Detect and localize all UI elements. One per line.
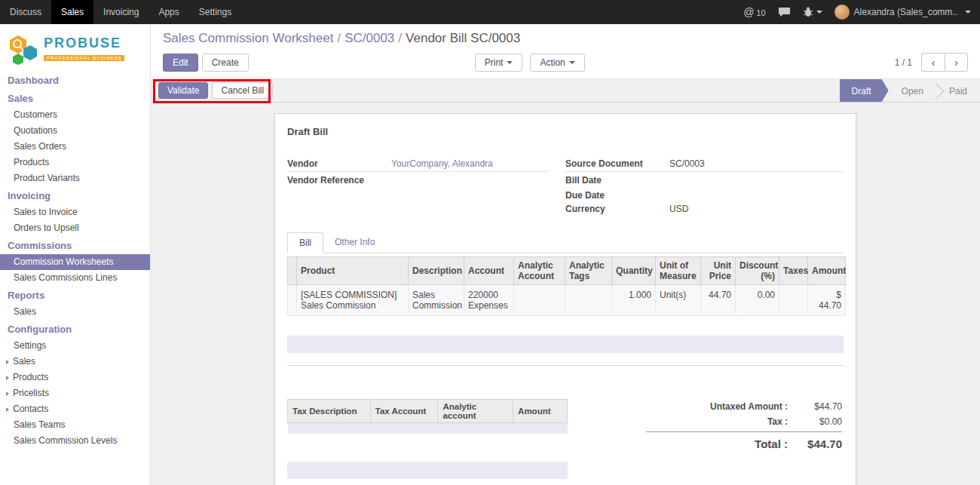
print-label: Print <box>485 57 504 68</box>
sidebar-item-product-variants[interactable]: Product Variants <box>0 170 150 186</box>
column-header-amount[interactable]: Amount <box>808 257 846 285</box>
sidebar-item-sales-to-invoice[interactable]: Sales to Invoice <box>0 204 150 220</box>
user-menu[interactable]: Alexandra (Sales_comm.. <box>835 5 971 20</box>
statusbar: Validate Cancel Bill Draft Open Paid <box>151 78 980 103</box>
form-sheet: Draft Bill Vendor YourCompany, Alexandra… <box>274 113 856 485</box>
topbar-menu-discuss[interactable]: Discuss <box>0 0 51 24</box>
column-header-analytic-account[interactable]: Analytic Account <box>514 257 565 285</box>
table-row[interactable]: [SALES COMMISSION] Sales Commission Sale… <box>288 285 846 316</box>
mention-counter[interactable]: @ 10 <box>743 6 765 18</box>
sidebar-item-sales-teams[interactable]: Sales Teams <box>0 417 150 433</box>
logo-subtitle: PROFESSIONAL BUSINESS <box>44 55 124 61</box>
create-button[interactable]: Create <box>202 54 249 72</box>
pager-previous-button[interactable]: ‹ <box>921 53 945 72</box>
print-button[interactable]: Print <box>475 54 523 72</box>
breadcrumb-worksheet-link[interactable]: Sales Commission Worksheet <box>163 31 333 45</box>
topbar-menu: Discuss Sales Invoicing Apps Settings <box>0 0 241 24</box>
tab-bar: Bill Other Info <box>287 232 844 253</box>
bug-icon <box>803 7 813 17</box>
tab-other-info[interactable]: Other Info <box>323 232 386 253</box>
column-header-description[interactable]: Description <box>409 257 464 285</box>
sidebar-item-products[interactable]: Products <box>0 155 150 170</box>
control-panel: Sales Commission Worksheet/SC/0003/Vendo… <box>151 24 980 78</box>
print-action-group: Print Action <box>475 54 585 72</box>
sidebar-item-customers[interactable]: Customers <box>0 107 150 123</box>
chevron-down-icon <box>507 61 513 64</box>
currency-value: USD <box>669 204 844 214</box>
tax-total-value: $0.00 <box>788 416 842 427</box>
sidebar-heading-commissions[interactable]: Commissions <box>0 236 150 254</box>
sidebar-item-sales-commissions-lines[interactable]: Sales Commissions Lines <box>0 270 150 286</box>
breadcrumb-separator: / <box>337 31 341 45</box>
cancel-bill-button[interactable]: Cancel Bill <box>212 82 273 99</box>
sidebar-heading-reports[interactable]: Reports <box>0 286 150 304</box>
sidebar-item-quotations[interactable]: Quotations <box>0 123 150 139</box>
column-header-quantity[interactable]: Quantity <box>612 257 656 285</box>
column-header-product[interactable]: Product <box>297 257 409 285</box>
cell-analytic-tags <box>565 285 612 316</box>
sidebar-item-config-sales[interactable]: Sales <box>0 354 150 370</box>
sidebar-item-sales-orders[interactable]: Sales Orders <box>0 139 150 155</box>
column-header-analytic-tags[interactable]: Analytic Tags <box>565 257 612 285</box>
sidebar-item-sales-commission-levels[interactable]: Sales Commission Levels <box>0 433 150 449</box>
breadcrumb-current: Vendor Bill SC/0003 <box>406 31 520 45</box>
sidebar-heading-configuration[interactable]: Configuration <box>0 320 150 338</box>
breadcrumb-sc0003-link[interactable]: SC/0003 <box>345 31 394 45</box>
column-header-tax-analytic-account[interactable]: Analytic account <box>438 400 513 423</box>
notebook: Bill Other Info <box>287 232 844 479</box>
cell-account: 220000 Expenses <box>464 285 514 316</box>
main-area: Sales Commission Worksheet/SC/0003/Vendo… <box>151 24 980 485</box>
vendor-reference-value <box>391 173 549 183</box>
vendor-label: Vendor <box>287 158 391 169</box>
pager-next-button[interactable]: › <box>945 53 968 72</box>
column-header-discount[interactable]: Discount (%) <box>736 257 779 285</box>
vendor-reference-label: Vendor Reference <box>287 175 391 186</box>
document-state-title: Draft Bill <box>287 126 844 137</box>
handle-column-header <box>288 257 297 285</box>
validate-button[interactable]: Validate <box>158 82 208 99</box>
topbar-menu-sales[interactable]: Sales <box>51 0 93 24</box>
activity-menu-button[interactable] <box>803 7 822 17</box>
messages-button[interactable] <box>778 7 791 17</box>
topbar-menu-invoicing[interactable]: Invoicing <box>93 0 149 24</box>
column-header-account[interactable]: Account <box>464 257 514 285</box>
sidebar-item-pricelists[interactable]: Pricelists <box>0 385 150 401</box>
source-document-value: SC/0003 <box>669 158 844 169</box>
sidebar-item-commission-worksheets[interactable]: Commission Worksheets <box>0 254 150 270</box>
tab-bill[interactable]: Bill <box>287 232 323 253</box>
edit-button[interactable]: Edit <box>163 54 198 72</box>
breadcrumb: Sales Commission Worksheet/SC/0003/Vendo… <box>163 31 968 46</box>
expand-arrow-icon <box>6 407 9 412</box>
sidebar-item-reports-sales[interactable]: Sales <box>0 304 150 320</box>
sidebar-item-contacts[interactable]: Contacts <box>0 401 150 417</box>
tax-lines-table: Tax Description Tax Account Analytic acc… <box>287 399 568 434</box>
topbar-menu-settings[interactable]: Settings <box>189 0 241 24</box>
empty-tax-row <box>288 423 568 434</box>
sidebar-item-orders-to-upsell[interactable]: Orders to Upsell <box>0 220 150 236</box>
vendor-value-link[interactable]: YourCompany, Alexandra <box>391 158 549 169</box>
total-label: Total : <box>755 437 788 450</box>
avatar <box>835 5 850 20</box>
sidebar-item-dashboard[interactable]: Dashboard <box>0 71 150 89</box>
due-date-value <box>669 189 844 198</box>
column-header-taxes[interactable]: Taxes <box>779 257 808 285</box>
sidebar-heading-invoicing[interactable]: Invoicing <box>0 186 150 204</box>
action-button[interactable]: Action <box>530 54 584 72</box>
cell-discount: 0.00 <box>736 285 779 316</box>
sidebar-item-settings[interactable]: Settings <box>0 338 150 354</box>
column-header-tax-amount[interactable]: Amount <box>513 400 568 423</box>
topbar-menu-apps[interactable]: Apps <box>149 0 188 24</box>
column-header-tax-account[interactable]: Tax Account <box>370 400 438 423</box>
sidebar-item-config-products[interactable]: Products <box>0 370 150 385</box>
column-header-unit-price[interactable]: Unit Price <box>701 257 736 285</box>
button-row: Edit Create Print Action 1 / 1 ‹ › <box>163 53 968 72</box>
sidebar-item-label: Contacts <box>13 404 48 414</box>
column-header-uom[interactable]: Unit of Measure <box>656 257 701 285</box>
chevron-down-icon <box>569 61 575 64</box>
expand-arrow-icon <box>6 360 9 364</box>
cell-description: Sales Commission <box>409 285 464 316</box>
sidebar-heading-sales[interactable]: Sales <box>0 89 150 107</box>
status-paid[interactable]: Paid <box>936 79 980 102</box>
column-header-tax-description[interactable]: Tax Description <box>288 400 371 423</box>
sidebar: PROBUSE PROFESSIONAL BUSINESS Dashboard … <box>0 24 151 485</box>
